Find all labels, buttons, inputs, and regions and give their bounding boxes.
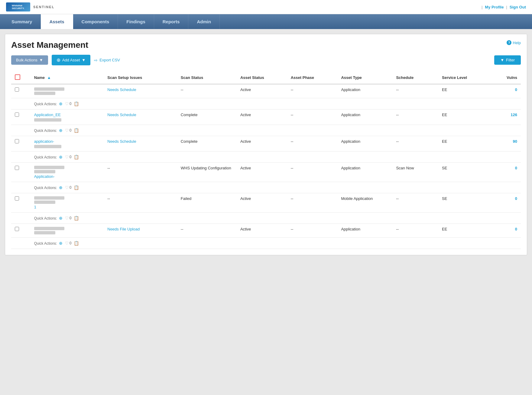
asset-name-cell-1: Application_EE xyxy=(31,109,104,125)
asset-type-cell-0: Application xyxy=(337,84,392,98)
quick-action-doc-icon-5[interactable]: 📋 xyxy=(74,241,79,246)
my-profile-link[interactable]: My Profile xyxy=(485,5,504,9)
scan-issue-link-0[interactable]: Needs Schedule xyxy=(107,87,136,92)
top-bar: WhiteHatSECURITY. SENTINEL | My Profile … xyxy=(0,0,532,14)
row-checkbox-1[interactable] xyxy=(15,113,19,117)
quick-actions-cell-2: Quick Actions:⊕♡0📋 xyxy=(31,152,521,163)
scan-issue-link-1[interactable]: Needs Schedule xyxy=(107,113,136,117)
col-header-name[interactable]: Name ▲ xyxy=(31,71,104,84)
schedule-cell-4: -- xyxy=(392,193,438,213)
vulns-cell-5: 0 xyxy=(489,224,521,238)
asset-name-link-4[interactable]: 1 xyxy=(34,205,100,209)
col-header-asset-phase: Asset Phase xyxy=(287,71,338,84)
nav-components[interactable]: Components xyxy=(73,14,118,29)
nav-summary[interactable]: Summary xyxy=(3,14,41,29)
asset-type-cell-5: Application xyxy=(337,224,392,238)
asset-status-cell-2: Active xyxy=(237,136,287,152)
scan-setup-cell-0: Needs Schedule xyxy=(104,84,177,98)
scan-setup-cell-3: -- xyxy=(104,163,177,182)
asset-status-cell-0: Active xyxy=(237,84,287,98)
main-content: Asset Management ? Help Bulk Actions ▼ ⊕… xyxy=(5,34,527,255)
logo: WhiteHatSECURITY. xyxy=(6,2,30,11)
add-asset-button[interactable]: ⊕ Add Asset ▼ xyxy=(52,55,90,65)
help-label: Help xyxy=(513,41,521,45)
scan-setup-cell-4: -- xyxy=(104,193,177,213)
quick-action-comment-icon-3[interactable]: ♡0 xyxy=(65,185,72,190)
table-row: Needs Schedule--Active--Application--EE0 xyxy=(11,84,521,98)
table-row: Application---WHS Updating Configuration… xyxy=(11,163,521,182)
asset-name-link-3[interactable]: Application- xyxy=(34,174,100,179)
quick-action-plus-icon-1[interactable]: ⊕ xyxy=(59,128,63,133)
dropdown-arrow-icon: ▼ xyxy=(39,58,43,62)
export-csv-button[interactable]: ⇨ Export CSV xyxy=(94,58,120,63)
nav-bar: Summary Assets Components Findings Repor… xyxy=(0,14,532,29)
asset-name-link-1[interactable]: Application_EE xyxy=(34,113,100,117)
row-checkbox-5[interactable] xyxy=(15,227,19,231)
col-header-scan-setup: Scan Setup Issues xyxy=(104,71,177,84)
quick-action-comment-icon-2[interactable]: ♡0 xyxy=(65,155,72,159)
quick-actions-row-0: Quick Actions:⊕♡0📋 xyxy=(11,98,521,109)
asset-name-cell-5 xyxy=(31,224,104,238)
service-level-cell-5: EE xyxy=(438,224,489,238)
quick-action-plus-icon-4[interactable]: ⊕ xyxy=(59,216,63,220)
table-row: Application_EENeeds ScheduleCompleteActi… xyxy=(11,109,521,125)
quick-action-doc-icon-0[interactable]: 📋 xyxy=(74,101,79,106)
scan-setup-cell-2: Needs Schedule xyxy=(104,136,177,152)
scan-issue-link-5[interactable]: Needs File Upload xyxy=(107,227,140,231)
scan-status-cell-5: -- xyxy=(177,224,237,238)
filter-button[interactable]: ▼ Filter xyxy=(494,55,521,65)
asset-name-link-2[interactable]: application- xyxy=(34,139,100,144)
quick-actions-cell-0: Quick Actions:⊕♡0📋 xyxy=(31,98,521,109)
asset-name-cell-0 xyxy=(31,84,104,98)
select-all-header[interactable] xyxy=(11,71,31,84)
quick-actions-row-2: Quick Actions:⊕♡0📋 xyxy=(11,152,521,163)
service-level-cell-4: SE xyxy=(438,193,489,213)
sign-out-link[interactable]: Sign Out xyxy=(510,5,526,9)
quick-action-doc-icon-1[interactable]: 📋 xyxy=(74,128,79,133)
nav-assets[interactable]: Assets xyxy=(41,14,73,29)
table-row: Needs File Upload--Active--Application--… xyxy=(11,224,521,238)
nav-admin[interactable]: Admin xyxy=(188,14,220,29)
vulns-link-2[interactable]: 90 xyxy=(513,139,517,144)
quick-actions-cell-4: Quick Actions:⊕♡0📋 xyxy=(31,213,521,224)
quick-action-doc-icon-3[interactable]: 📋 xyxy=(74,185,79,190)
vulns-link-1[interactable]: 126 xyxy=(511,113,517,117)
help-link[interactable]: ? Help xyxy=(507,40,521,45)
nav-findings[interactable]: Findings xyxy=(118,14,154,29)
quick-action-plus-icon-0[interactable]: ⊕ xyxy=(59,101,63,106)
toolbar: Bulk Actions ▼ ⊕ Add Asset ▼ ⇨ Export CS… xyxy=(11,55,521,65)
vulns-value-5: 0 xyxy=(515,227,517,231)
quick-action-plus-icon-2[interactable]: ⊕ xyxy=(59,155,63,159)
vulns-cell-3: 0 xyxy=(489,163,521,182)
quick-action-comment-icon-4[interactable]: ♡0 xyxy=(65,216,72,220)
quick-actions-row-4: Quick Actions:⊕♡0📋 xyxy=(11,213,521,224)
table-row: application-Needs ScheduleCompleteActive… xyxy=(11,136,521,152)
nav-reports[interactable]: Reports xyxy=(154,14,189,29)
row-checkbox-3[interactable] xyxy=(15,166,19,170)
logo-area: WhiteHatSECURITY. SENTINEL xyxy=(6,2,54,11)
quick-action-doc-icon-2[interactable]: 📋 xyxy=(74,155,79,159)
asset-phase-cell-0: -- xyxy=(287,84,338,98)
service-level-cell-3: SE xyxy=(438,163,489,182)
quick-actions-label-1: Quick Actions: xyxy=(34,129,57,133)
quick-action-plus-icon-5[interactable]: ⊕ xyxy=(59,241,63,246)
select-all-checkbox[interactable] xyxy=(15,74,20,80)
filter-icon: ▼ xyxy=(500,58,504,62)
asset-type-cell-2: Application xyxy=(337,136,392,152)
row-checkbox-4[interactable] xyxy=(15,196,19,201)
schedule-cell-2: -- xyxy=(392,136,438,152)
asset-table: Name ▲ Scan Setup Issues Scan Status Ass… xyxy=(11,71,521,249)
quick-action-comment-icon-0[interactable]: ♡0 xyxy=(65,101,72,106)
scan-status-cell-0: -- xyxy=(177,84,237,98)
vulns-cell-4: 0 xyxy=(489,193,521,213)
row-checkbox-0[interactable] xyxy=(15,87,19,92)
quick-action-doc-icon-4[interactable]: 📋 xyxy=(74,216,79,220)
quick-action-comment-icon-5[interactable]: ♡0 xyxy=(65,241,72,246)
bulk-actions-button[interactable]: Bulk Actions ▼ xyxy=(11,55,48,65)
quick-action-plus-icon-3[interactable]: ⊕ xyxy=(59,185,63,190)
row-checkbox-2[interactable] xyxy=(15,139,19,143)
quick-actions-row-3: Quick Actions:⊕♡0📋 xyxy=(11,182,521,193)
scan-issue-link-2[interactable]: Needs Schedule xyxy=(107,139,136,144)
quick-action-comment-icon-1[interactable]: ♡0 xyxy=(65,128,72,133)
quick-actions-cell-3: Quick Actions:⊕♡0📋 xyxy=(31,182,521,193)
